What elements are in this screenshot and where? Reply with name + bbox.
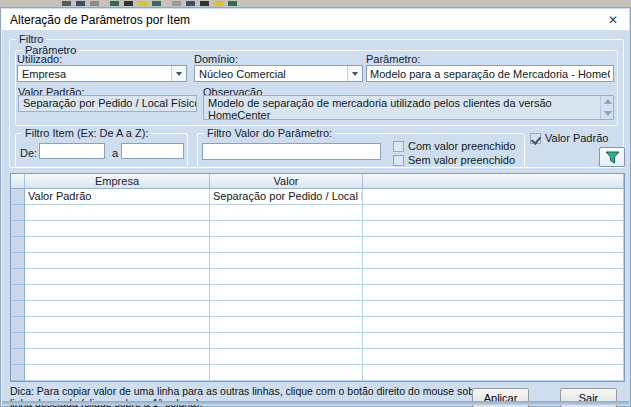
row-selector[interactable]: [11, 189, 25, 205]
observacao-textarea[interactable]: Modelo de separação de mercadoria utiliz…: [203, 95, 614, 120]
valor-padrao-checkbox[interactable]: Valor Padrão: [530, 132, 608, 144]
checkbox-icon[interactable]: [393, 155, 404, 166]
cell-empresa[interactable]: [25, 237, 210, 253]
parametro-input[interactable]: [367, 66, 613, 81]
toolbar-icon-fragment: [228, 1, 237, 6]
filter-funnel-button[interactable]: [599, 147, 625, 167]
cell-valor[interactable]: [210, 237, 363, 253]
checkbox-checked-icon[interactable]: [530, 133, 541, 144]
cell-empresa[interactable]: [25, 205, 210, 221]
cell-filler: [363, 317, 624, 333]
cell-valor[interactable]: [210, 301, 363, 317]
scroll-down-icon[interactable]: [604, 111, 612, 116]
cell-valor[interactable]: [210, 317, 363, 333]
cell-valor[interactable]: [210, 205, 363, 221]
header-empresa[interactable]: Empresa: [25, 174, 210, 189]
observacao-text: Modelo de separação de mercadoria utiliz…: [208, 97, 596, 120]
chevron-down-icon[interactable]: [171, 66, 186, 81]
filtro-valor-input[interactable]: [203, 144, 380, 159]
cell-filler: [363, 205, 624, 221]
cell-empresa[interactable]: [25, 221, 210, 237]
sem-valor-checkbox[interactable]: Sem valor preenchido: [393, 154, 515, 166]
toolbar-icon-fragment: [110, 1, 119, 6]
scroll-up-icon[interactable]: [604, 99, 612, 104]
utilizado-value: Empresa: [18, 68, 171, 80]
cell-valor[interactable]: [210, 221, 363, 237]
header-valor[interactable]: Valor: [210, 174, 363, 189]
cell-valor[interactable]: [210, 349, 363, 365]
row-selector[interactable]: [11, 269, 25, 285]
table-row[interactable]: [11, 301, 624, 317]
exit-rest: air: [586, 392, 598, 404]
cell-empresa[interactable]: [25, 253, 210, 269]
table-row[interactable]: Valor PadrãoSeparação por Pedido / Local…: [11, 189, 624, 205]
toolbar-icon-fragment: [214, 1, 223, 6]
exit-mnemonic: S: [579, 392, 586, 404]
filtro-item-de-input[interactable]: [40, 144, 104, 158]
row-selector[interactable]: [11, 333, 25, 349]
table-row[interactable]: [11, 269, 624, 285]
a-input-wrap: [121, 143, 184, 159]
toolbar-icon-fragment: [200, 1, 209, 6]
table-row[interactable]: [11, 365, 624, 381]
table-row[interactable]: [11, 285, 624, 301]
cell-empresa[interactable]: [25, 349, 210, 365]
cell-valor[interactable]: [210, 269, 363, 285]
exit-button[interactable]: Sair: [560, 388, 617, 407]
background-app-toolbar: [0, 0, 631, 7]
apply-mnemonic: A: [484, 392, 491, 404]
row-selector[interactable]: [11, 253, 25, 269]
cell-valor[interactable]: [210, 285, 363, 301]
cell-valor[interactable]: [210, 253, 363, 269]
chevron-down-icon[interactable]: [347, 66, 362, 81]
cell-empresa[interactable]: [25, 333, 210, 349]
row-selector[interactable]: [11, 205, 25, 221]
apply-button[interactable]: Aplicar: [472, 388, 529, 407]
cell-filler: [363, 189, 624, 205]
cell-filler: [363, 269, 624, 285]
observacao-scrollbar[interactable]: [600, 96, 613, 119]
row-selector[interactable]: [11, 237, 25, 253]
table-row[interactable]: [11, 237, 624, 253]
cell-filler: [363, 221, 624, 237]
toolbar-icon-fragment: [138, 1, 147, 6]
row-selector[interactable]: [11, 349, 25, 365]
table-row[interactable]: [11, 333, 624, 349]
dominio-label: Domínio:: [194, 53, 238, 65]
row-selector[interactable]: [11, 317, 25, 333]
cell-empresa[interactable]: Valor Padrão: [25, 189, 210, 205]
cell-filler: [363, 365, 624, 381]
close-icon[interactable]: ✕: [605, 12, 621, 28]
filtro-valor-input-wrap: [202, 143, 381, 160]
valor-padrao-checkbox-label: Valor Padrão: [545, 132, 608, 144]
utilizado-combobox[interactable]: Empresa: [17, 65, 187, 82]
dialog-alteracao-parametros: Alteração de Parâmetros por Item ✕ Filtr…: [0, 7, 631, 407]
cell-filler: [363, 253, 624, 269]
com-valor-checkbox[interactable]: Com valor preenchido: [393, 140, 516, 152]
checkbox-icon[interactable]: [393, 141, 404, 152]
row-selector[interactable]: [11, 221, 25, 237]
cell-valor[interactable]: Separação por Pedido / Local Físico - Gr…: [210, 189, 363, 205]
com-valor-label: Com valor preenchido: [408, 140, 516, 152]
row-selector[interactable]: [11, 365, 25, 381]
cell-valor[interactable]: [210, 333, 363, 349]
utilizado-label: Utilizado:: [17, 53, 62, 65]
cell-valor[interactable]: [210, 365, 363, 381]
row-selector[interactable]: [11, 285, 25, 301]
table-row[interactable]: [11, 317, 624, 333]
dominio-value: Núcleo Comercial: [195, 68, 347, 80]
de-input-wrap: [39, 143, 105, 159]
group-filtro-item-label: Filtro Item (Ex: De A a Z):: [22, 127, 151, 139]
cell-empresa[interactable]: [25, 317, 210, 333]
table-row[interactable]: [11, 253, 624, 269]
table-row[interactable]: [11, 349, 624, 365]
filtro-item-a-input[interactable]: [122, 144, 183, 158]
cell-empresa[interactable]: [25, 301, 210, 317]
table-row[interactable]: [11, 205, 624, 221]
table-row[interactable]: [11, 221, 624, 237]
row-selector[interactable]: [11, 301, 25, 317]
cell-empresa[interactable]: [25, 285, 210, 301]
cell-empresa[interactable]: [25, 269, 210, 285]
dominio-combobox[interactable]: Núcleo Comercial: [194, 65, 363, 82]
cell-empresa[interactable]: [25, 365, 210, 381]
